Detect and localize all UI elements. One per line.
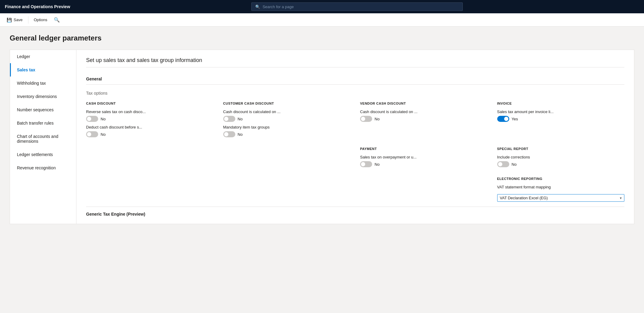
toggle-value-row: Yes bbox=[497, 116, 625, 122]
toggle-value-row: No bbox=[223, 131, 351, 137]
sidebar-item-ledger[interactable]: Ledger bbox=[10, 50, 76, 63]
chevron-down-icon: ▾ bbox=[620, 196, 622, 200]
toggle-value: No bbox=[375, 162, 380, 167]
toggle-switch[interactable] bbox=[360, 161, 372, 167]
sidebar-item-revenue-recognition[interactable]: Revenue recognition bbox=[10, 161, 76, 174]
option-group-title: PAYMENT bbox=[360, 147, 488, 151]
toggle-row: Cash discount is calculated on ...No bbox=[360, 109, 488, 122]
sidebar-item-batch-transfer-rules[interactable]: Batch transfer rules bbox=[10, 116, 76, 130]
toggle-value: No bbox=[101, 132, 106, 137]
save-icon: 💾 bbox=[7, 18, 12, 22]
toggle-row: Include correctionsNo bbox=[497, 155, 625, 167]
generic-tax-section: Generic Tax Engine (Preview) bbox=[86, 207, 624, 217]
main-content: Set up sales tax and sales tax group inf… bbox=[76, 50, 634, 224]
toggle-row: Sales tax on overpayment or u...No bbox=[360, 155, 488, 167]
option-group: PAYMENTSales tax on overpayment or u...N… bbox=[360, 147, 488, 167]
toggle-switch[interactable] bbox=[497, 116, 509, 122]
empty-col-a bbox=[86, 174, 214, 202]
section-title: Set up sales tax and sales tax group inf… bbox=[86, 57, 624, 67]
empty-col-2 bbox=[223, 147, 351, 167]
toggle-value: No bbox=[101, 117, 106, 121]
toggle-value-row: No bbox=[223, 116, 351, 122]
toggle-value: No bbox=[238, 132, 243, 137]
option-group: INVOICESales tax amount per invoice li..… bbox=[497, 102, 625, 137]
content-area: LedgerSales taxWithholding taxInventory … bbox=[10, 50, 634, 224]
toggle-value-row: No bbox=[497, 161, 625, 167]
empty-col-1 bbox=[86, 147, 214, 167]
toggle-switch[interactable] bbox=[86, 116, 98, 122]
options-label: Options bbox=[34, 18, 47, 22]
sidebar-item-number-sequences[interactable]: Number sequences bbox=[10, 103, 76, 116]
toggle-label: Reverse sales tax on cash disco... bbox=[86, 109, 214, 114]
option-group-title: VENDOR CASH DISCOUNT bbox=[360, 102, 488, 105]
vat-label: VAT statement format mapping bbox=[497, 185, 625, 189]
toggle-row: Deduct cash discount before s...No bbox=[86, 125, 214, 137]
toggle-value-row: No bbox=[360, 116, 488, 122]
tax-options-label: Tax options bbox=[86, 91, 624, 96]
option-group: CUSTOMER CASH DISCOUNTCash discount is c… bbox=[223, 102, 351, 137]
toggle-label: Mandatory item tax groups bbox=[223, 125, 351, 129]
toolbar: 💾 Save Options 🔍 bbox=[0, 13, 644, 27]
option-group-title: SPECIAL REPORT bbox=[497, 147, 625, 151]
toggle-value: No bbox=[238, 117, 243, 121]
generic-tax-title: Generic Tax Engine (Preview) bbox=[86, 212, 145, 217]
option-group: VENDOR CASH DISCOUNTCash discount is cal… bbox=[360, 102, 488, 137]
sidebar-item-withholding-tax[interactable]: Withholding tax bbox=[10, 77, 76, 90]
toggle-value: Yes bbox=[512, 117, 518, 121]
save-label: Save bbox=[14, 18, 23, 22]
page-title: General ledger parameters bbox=[10, 34, 634, 42]
option-group-title: CUSTOMER CASH DISCOUNT bbox=[223, 102, 351, 105]
toggle-label: Sales tax amount per invoice li... bbox=[497, 109, 625, 114]
left-nav: LedgerSales taxWithholding taxInventory … bbox=[10, 50, 76, 224]
options-button[interactable]: Options bbox=[31, 16, 50, 24]
top-bar: Finance and Operations Preview 🔍 bbox=[0, 0, 644, 13]
toggle-value-row: No bbox=[86, 116, 214, 122]
subsection-header: General bbox=[86, 73, 624, 85]
electronic-reporting-group: ELECTRONIC REPORTINGVAT statement format… bbox=[497, 177, 625, 202]
sidebar-item-inventory-dimensions[interactable]: Inventory dimensions bbox=[10, 90, 76, 103]
empty-col-b bbox=[223, 174, 351, 202]
toggle-row: Cash discount is calculated on ...No bbox=[223, 109, 351, 122]
toolbar-search-button[interactable]: 🔍 bbox=[51, 15, 62, 24]
vat-dropdown[interactable]: VAT Declaration Excel (EG)▾ bbox=[497, 194, 625, 202]
toggle-label: Sales tax on overpayment or u... bbox=[360, 155, 488, 159]
toggle-switch[interactable] bbox=[223, 131, 235, 137]
vat-value: VAT Declaration Excel (EG) bbox=[500, 196, 548, 200]
option-group: SPECIAL REPORTInclude correctionsNo bbox=[497, 147, 625, 167]
toggle-label: Cash discount is calculated on ... bbox=[223, 109, 351, 114]
toggle-value: No bbox=[512, 162, 517, 167]
toggle-row: Sales tax amount per invoice li...Yes bbox=[497, 109, 625, 122]
toggle-row: Reverse sales tax on cash disco...No bbox=[86, 109, 214, 122]
electronic-reporting-title: ELECTRONIC REPORTING bbox=[497, 177, 625, 181]
toggle-row: Mandatory item tax groupsNo bbox=[223, 125, 351, 137]
toggle-label: Cash discount is calculated on ... bbox=[360, 109, 488, 114]
toggle-switch[interactable] bbox=[223, 116, 235, 122]
toggle-value-row: No bbox=[86, 131, 214, 137]
toggle-label: Deduct cash discount before s... bbox=[86, 125, 214, 129]
toolbar-divider bbox=[28, 16, 28, 24]
sidebar-item-chart-of-accounts[interactable]: Chart of accounts and dimensions bbox=[10, 130, 76, 148]
toggle-value: No bbox=[375, 117, 380, 121]
toggle-label: Include corrections bbox=[497, 155, 625, 159]
option-group-title: CASH DISCOUNT bbox=[86, 102, 214, 105]
save-button[interactable]: 💾 Save bbox=[4, 16, 26, 24]
page-container: General ledger parameters LedgerSales ta… bbox=[0, 27, 644, 313]
sidebar-item-ledger-settlements[interactable]: Ledger settlements bbox=[10, 148, 76, 161]
options-grid-row1: CASH DISCOUNTReverse sales tax on cash d… bbox=[86, 102, 624, 137]
search-bar[interactable]: 🔍 bbox=[251, 2, 463, 11]
toggle-value-row: No bbox=[360, 161, 488, 167]
options-grid-row2: PAYMENTSales tax on overpayment or u...N… bbox=[86, 147, 624, 202]
toggle-switch[interactable] bbox=[360, 116, 372, 122]
toggle-switch[interactable] bbox=[86, 131, 98, 137]
sidebar-item-sales-tax[interactable]: Sales tax bbox=[10, 63, 76, 77]
app-title: Finance and Operations Preview bbox=[5, 4, 70, 9]
empty-col-c bbox=[360, 174, 488, 202]
search-icon: 🔍 bbox=[255, 5, 260, 9]
option-group: CASH DISCOUNTReverse sales tax on cash d… bbox=[86, 102, 214, 137]
search-input[interactable] bbox=[262, 5, 459, 9]
toggle-switch[interactable] bbox=[497, 161, 509, 167]
option-group-title: INVOICE bbox=[497, 102, 625, 105]
